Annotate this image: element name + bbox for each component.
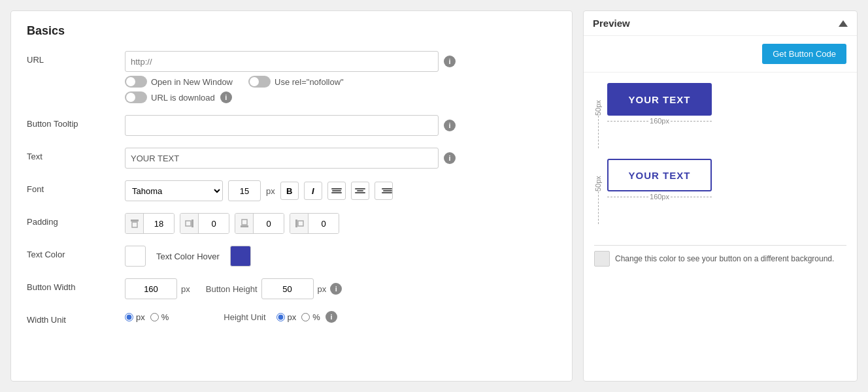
padding-row: Padding bbox=[27, 213, 556, 234]
tooltip-content: i bbox=[125, 115, 556, 136]
preview-outline-button[interactable]: YOUR TEXT bbox=[607, 159, 712, 191]
url-row: URL i Open in New Window Use rel="nofoll… bbox=[27, 51, 556, 103]
align-right-button[interactable] bbox=[375, 182, 393, 200]
is-download-info-icon[interactable]: i bbox=[220, 91, 232, 103]
height-info-icon[interactable]: i bbox=[330, 283, 342, 295]
align-left-button[interactable] bbox=[327, 182, 346, 200]
get-code-button[interactable]: Get Button Code bbox=[762, 44, 846, 64]
url-content: i Open in New Window Use rel="nofollow" bbox=[125, 51, 556, 103]
width-percent-label[interactable]: % bbox=[150, 312, 169, 322]
font-label: Font bbox=[27, 180, 125, 194]
preview-filled-button[interactable]: YOUR TEXT bbox=[607, 83, 712, 116]
padding-top-input[interactable] bbox=[144, 214, 174, 233]
filled-button-section: 50px YOUR TEXT 160px bbox=[594, 83, 846, 148]
text-info-icon[interactable]: i bbox=[444, 152, 456, 164]
text-color-hover-label: Text Color Hover bbox=[156, 252, 220, 261]
button-width-label: Button Width bbox=[27, 278, 125, 292]
padding-bottom-icon bbox=[235, 214, 254, 233]
text-input[interactable] bbox=[125, 148, 439, 169]
height-percent-radio[interactable] bbox=[301, 313, 310, 321]
height-unit-field-label: Height Unit bbox=[224, 312, 265, 322]
text-color-label: Text Color bbox=[27, 246, 125, 259]
url-label: URL bbox=[27, 51, 125, 65]
padding-top-icon bbox=[125, 214, 144, 233]
font-size-input[interactable] bbox=[228, 180, 261, 201]
collapse-icon[interactable] bbox=[839, 20, 848, 27]
height-px-radio[interactable] bbox=[276, 313, 285, 321]
width-px-label[interactable]: px bbox=[125, 312, 145, 322]
padding-right-icon bbox=[180, 214, 199, 233]
bold-button[interactable]: B bbox=[280, 182, 299, 200]
padding-content bbox=[125, 213, 556, 234]
svg-rect-3 bbox=[186, 221, 191, 226]
outline-button-wrap: YOUR TEXT 160px bbox=[607, 159, 712, 224]
height-unit-group: Height Unit px % i bbox=[224, 311, 337, 323]
svg-rect-0 bbox=[131, 220, 139, 221]
padding-label: Padding bbox=[27, 213, 125, 227]
height-percent-label[interactable]: % bbox=[301, 312, 320, 322]
use-nofollow-toggle[interactable] bbox=[248, 76, 271, 88]
filled-height-label: 50px bbox=[594, 83, 602, 116]
outline-height-label: 50px bbox=[594, 159, 602, 191]
svg-rect-7 bbox=[298, 221, 303, 226]
width-percent-radio[interactable] bbox=[150, 313, 159, 321]
svg-rect-1 bbox=[132, 222, 137, 227]
bg-color-swatch[interactable] bbox=[594, 251, 610, 267]
dimension-row: Button Width px Button Height px i bbox=[27, 278, 556, 299]
text-color-swatch[interactable] bbox=[125, 246, 146, 267]
svg-rect-4 bbox=[241, 225, 248, 227]
padding-top-group bbox=[125, 213, 175, 234]
width-unit-label: px bbox=[181, 284, 190, 294]
text-row: Text i bbox=[27, 148, 556, 169]
font-family-select[interactable]: Tahoma Arial Verdana Georgia Times New R… bbox=[125, 180, 223, 201]
tooltip-info-icon[interactable]: i bbox=[444, 120, 456, 131]
height-unit-label: px bbox=[318, 284, 327, 294]
unit-row: Width Unit px % Height Unit bbox=[27, 311, 556, 325]
preview-content: 50px YOUR TEXT 160px bbox=[584, 73, 857, 277]
svg-rect-5 bbox=[242, 220, 247, 225]
is-download-toggle[interactable] bbox=[125, 91, 147, 103]
tooltip-row: Button Tooltip i bbox=[27, 115, 556, 136]
text-color-content: Text Color Hover bbox=[125, 246, 556, 267]
text-color-hover-swatch[interactable] bbox=[230, 246, 251, 267]
preview-panel: Preview Get Button Code 50px YOUR bbox=[583, 10, 858, 382]
tooltip-label: Button Tooltip bbox=[27, 115, 125, 129]
button-height-label: Button Height bbox=[206, 284, 258, 294]
padding-left-group bbox=[290, 213, 339, 234]
font-content: Tahoma Arial Verdana Georgia Times New R… bbox=[125, 180, 556, 201]
width-input[interactable] bbox=[125, 278, 177, 299]
use-nofollow-toggle-label[interactable]: Use rel="nofollow" bbox=[248, 76, 344, 88]
height-group: Button Height px i bbox=[206, 278, 342, 299]
outline-width-label: 160px bbox=[648, 193, 671, 201]
italic-button[interactable]: I bbox=[304, 182, 322, 200]
padding-right-input[interactable] bbox=[199, 214, 229, 233]
height-input[interactable] bbox=[261, 278, 314, 299]
outline-button-section: 50px YOUR TEXT 160px bbox=[594, 159, 846, 224]
text-color-row: Text Color Text Color Hover bbox=[27, 246, 556, 267]
height-px-label[interactable]: px bbox=[276, 312, 297, 322]
height-unit-info-icon[interactable]: i bbox=[326, 311, 337, 323]
padding-right-group bbox=[180, 213, 229, 234]
preview-title: Preview bbox=[593, 18, 630, 29]
dimension-content: px Button Height px i bbox=[125, 278, 556, 299]
preview-header: Preview bbox=[584, 11, 857, 36]
padding-bottom-input[interactable] bbox=[254, 214, 284, 233]
open-new-window-toggle-label[interactable]: Open in New Window bbox=[125, 76, 233, 88]
tooltip-input[interactable] bbox=[125, 115, 439, 136]
preview-bg-note: Change this color to see your button on … bbox=[594, 235, 846, 267]
filled-width-label: 160px bbox=[648, 117, 671, 125]
main-form-panel: Basics URL i Open in New Window Use rel=… bbox=[10, 10, 573, 382]
text-content: i bbox=[125, 148, 556, 169]
align-center-button[interactable] bbox=[351, 182, 369, 200]
width-px-radio[interactable] bbox=[125, 313, 133, 321]
is-download-toggle-label[interactable]: URL is download bbox=[125, 91, 215, 103]
font-unit-label: px bbox=[266, 186, 275, 196]
open-new-window-toggle[interactable] bbox=[125, 76, 147, 88]
font-row: Font Tahoma Arial Verdana Georgia Times … bbox=[27, 180, 556, 201]
url-input[interactable] bbox=[125, 51, 439, 72]
padding-left-input[interactable] bbox=[309, 214, 339, 233]
unit-content: px % Height Unit px bbox=[125, 311, 556, 323]
section-title: Basics bbox=[27, 24, 556, 38]
filled-button-wrap: YOUR TEXT 160px bbox=[607, 83, 712, 148]
url-info-icon[interactable]: i bbox=[444, 56, 456, 67]
